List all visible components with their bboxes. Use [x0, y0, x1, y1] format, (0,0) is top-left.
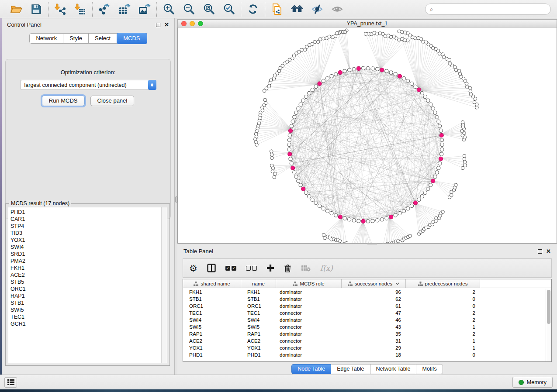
table-cell[interactable]: STB1	[183, 296, 241, 302]
list-item[interactable]: YOX1	[10, 237, 167, 244]
table-cell[interactable]: connector	[276, 338, 342, 344]
network-window-titlebar[interactable]: YPA_prune.txt_1	[177, 19, 557, 28]
column-header-successor-nodes[interactable]: successor nodes	[342, 279, 406, 288]
list-item[interactable]: FKH1	[10, 265, 167, 272]
column-header-predecessor-nodes[interactable]: predecessor nodes	[406, 279, 480, 288]
table-settings-icon[interactable]: ⚙	[189, 262, 197, 274]
run-mcds-button[interactable]: Run MCDS	[42, 96, 85, 106]
table-cell[interactable]: 0	[406, 352, 480, 358]
zoom-in-icon[interactable]	[163, 3, 175, 15]
table-cell[interactable]: SWI4	[241, 317, 276, 323]
table-row[interactable]: SWI5SWI5connector431	[183, 323, 546, 330]
list-item[interactable]: STB5	[10, 279, 167, 285]
table-cell[interactable]: 47	[342, 310, 406, 316]
table-cell[interactable]: connector	[276, 345, 342, 351]
table-cell[interactable]: 46	[342, 317, 406, 323]
criterion-dropdown[interactable]: largest connected component (undirected)	[20, 80, 156, 90]
tab-select[interactable]: Select	[89, 33, 117, 44]
table-cell[interactable]: 2	[406, 317, 480, 323]
table-cell[interactable]: 1	[406, 345, 480, 351]
table-cell[interactable]: SWI5	[183, 324, 241, 330]
add-icon[interactable]	[266, 262, 274, 274]
list-item[interactable]: TID3	[10, 230, 167, 237]
table-cell[interactable]: 2	[406, 310, 480, 316]
export-table-icon[interactable]	[118, 3, 131, 15]
table-cell[interactable]: 96	[342, 289, 406, 295]
table-cell[interactable]: RAP1	[183, 331, 241, 337]
table-cell[interactable]: PHD1	[183, 352, 241, 358]
tab-motifs[interactable]: Motifs	[416, 364, 443, 374]
table-cell[interactable]: 61	[342, 303, 406, 309]
table-cell[interactable]: 2	[406, 289, 480, 295]
table-scrollbar[interactable]	[546, 289, 551, 361]
splitter-handle[interactable]	[175, 196, 177, 203]
table-cell[interactable]: ORC1	[183, 303, 241, 309]
table-cell[interactable]: 35	[342, 331, 406, 337]
table-cell[interactable]: 43	[342, 324, 406, 330]
column-header-MCDS-role[interactable]: MCDS role	[276, 279, 342, 288]
table-cell[interactable]: FKH1	[241, 289, 276, 295]
table-row[interactable]: RAP1RAP1dominator352	[183, 330, 546, 337]
open-file-icon[interactable]	[10, 3, 22, 15]
show-panels-button[interactable]	[4, 377, 17, 388]
delete-icon[interactable]	[284, 262, 291, 274]
table-cell[interactable]: 18	[342, 352, 406, 358]
table-scrollbar-thumb[interactable]	[547, 290, 550, 324]
refresh-layout-icon[interactable]	[247, 3, 259, 15]
table-cell[interactable]: ORC1	[241, 303, 276, 309]
table-cell[interactable]: STB1	[241, 296, 276, 302]
clone-network-icon[interactable]	[271, 3, 283, 15]
list-item[interactable]: PMA2	[10, 258, 167, 265]
hide-selected-icon[interactable]	[311, 3, 323, 15]
table-cell[interactable]: dominator	[276, 317, 342, 323]
zoom-fit-icon[interactable]	[203, 3, 215, 15]
table-cell[interactable]: connector	[276, 324, 342, 330]
table-panel-splitter-handle[interactable]	[367, 243, 377, 244]
list-item[interactable]: PHD1	[10, 209, 167, 216]
select-all-icon[interactable]: ✓✓	[225, 262, 236, 274]
network-view-canvas[interactable]	[177, 28, 557, 244]
table-cell[interactable]: RAP1	[241, 331, 276, 337]
close-panel-button[interactable]: Close panel	[90, 96, 135, 106]
table-row[interactable]: ACE2ACE2connector311	[183, 337, 546, 344]
list-item[interactable]: STP4	[10, 223, 167, 230]
save-session-icon[interactable]	[30, 3, 42, 15]
table-cell[interactable]: TEC1	[241, 310, 276, 316]
table-cell[interactable]: TEC1	[183, 310, 241, 316]
search-input[interactable]	[436, 6, 546, 12]
table-row[interactable]: STB1STB1dominator620	[183, 296, 546, 303]
table-row[interactable]: YOX1YOX1connector291	[183, 344, 546, 351]
memory-button[interactable]: Memory	[512, 377, 553, 388]
tab-style[interactable]: Style	[63, 33, 89, 44]
table-cell[interactable]: 0	[406, 296, 480, 302]
tab-network-table[interactable]: Network Table	[370, 364, 417, 374]
list-item[interactable]: CAR1	[10, 216, 167, 223]
import-network-icon[interactable]	[54, 3, 66, 15]
table-cell[interactable]: 1	[406, 324, 480, 330]
table-row[interactable]: ORC1ORC1dominator610	[183, 303, 546, 309]
table-cell[interactable]: dominator	[276, 331, 342, 337]
list-item[interactable]: GCR1	[10, 320, 167, 327]
column-visibility-icon[interactable]	[207, 262, 216, 274]
table-cell[interactable]: dominator	[276, 296, 342, 302]
table-cell[interactable]: 31	[342, 338, 406, 344]
table-cell[interactable]: 29	[342, 345, 406, 351]
tab-edge-table[interactable]: Edge Table	[331, 364, 370, 374]
close-table-panel-icon[interactable]: ✕	[546, 248, 551, 254]
table-cell[interactable]: dominator	[276, 289, 342, 295]
deselect-all-icon[interactable]	[246, 262, 257, 274]
table-cell[interactable]: FKH1	[183, 289, 241, 295]
column-header-name[interactable]: name	[241, 279, 276, 288]
list-item[interactable]: RAP1	[10, 292, 167, 299]
mcds-list-scrollbar[interactable]	[161, 207, 167, 363]
close-panel-icon[interactable]: ✕	[164, 22, 169, 28]
table-cell[interactable]: YOX1	[183, 345, 241, 351]
import-table-icon[interactable]	[74, 3, 86, 15]
list-item[interactable]: SWI5	[10, 306, 167, 313]
tab-node-table[interactable]: Node Table	[291, 364, 331, 374]
list-item[interactable]: ORC1	[10, 285, 167, 292]
table-cell[interactable]: 1	[406, 338, 480, 344]
table-cell[interactable]: 2	[406, 331, 480, 337]
list-item[interactable]: STB1	[10, 299, 167, 306]
list-item[interactable]: SWI4	[10, 244, 167, 251]
